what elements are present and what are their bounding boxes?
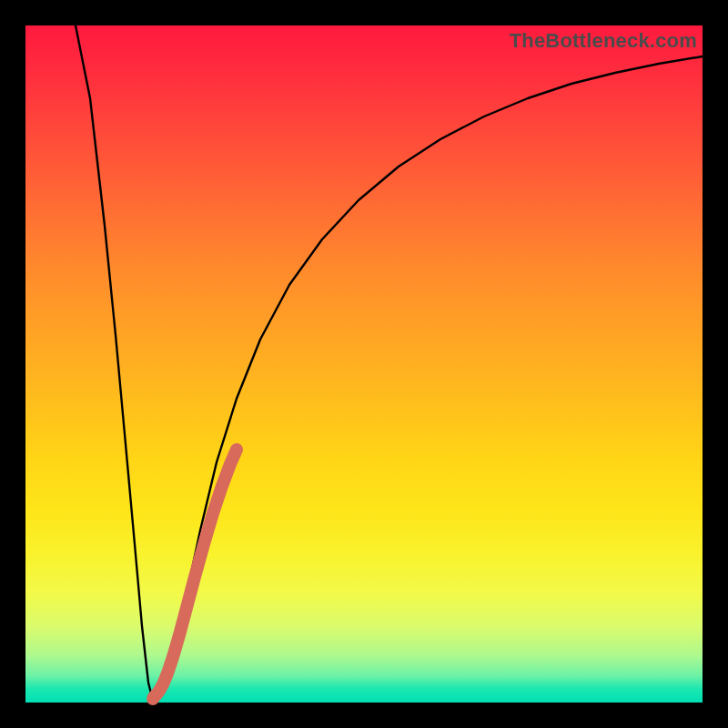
chart-frame: TheBottleneck.com (0, 0, 728, 728)
plot-area: TheBottleneck.com (25, 25, 703, 703)
curve-layer (25, 25, 703, 703)
highlight-segment (154, 450, 237, 697)
bottleneck-curve (76, 25, 703, 701)
curve-min-marker (147, 693, 159, 705)
